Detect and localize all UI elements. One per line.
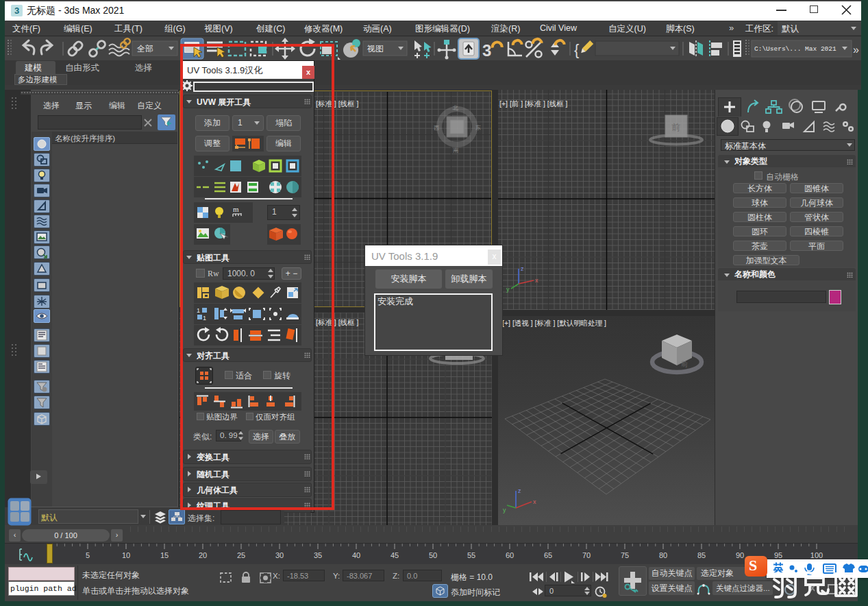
svg-text:南: 南 — [453, 147, 459, 154]
svg-text:全部: 全部 — [137, 44, 153, 53]
svg-text:前: 前 — [671, 122, 680, 132]
svg-text:90: 90 — [736, 551, 744, 559]
svg-text:70: 70 — [582, 551, 591, 559]
svg-text:30: 30 — [275, 551, 284, 559]
svg-text:15: 15 — [160, 551, 169, 559]
svg-text:60: 60 — [506, 551, 514, 559]
svg-text:100: 100 — [810, 551, 823, 559]
svg-text:10: 10 — [122, 551, 130, 559]
svg-text:东: 东 — [475, 125, 481, 131]
svg-text:25: 25 — [237, 551, 245, 559]
svg-text:y: y — [506, 286, 510, 293]
svg-text:»: » — [853, 44, 859, 56]
svg-text:视图: 视图 — [367, 44, 384, 53]
svg-text:40: 40 — [352, 551, 360, 559]
svg-text:{: { — [574, 41, 579, 58]
svg-text:20: 20 — [199, 551, 207, 559]
svg-text:北: 北 — [452, 105, 458, 111]
svg-text:y: y — [503, 507, 506, 513]
svg-text:5: 5 — [86, 551, 90, 559]
svg-text:z: z — [521, 265, 524, 272]
svg-text:45: 45 — [390, 551, 399, 559]
svg-text:35: 35 — [314, 551, 322, 559]
svg-text:前: 前 — [681, 359, 688, 368]
svg-text:75: 75 — [621, 551, 629, 559]
svg-text:西: 西 — [434, 125, 439, 131]
svg-text:x: x — [535, 277, 538, 284]
svg-text:50: 50 — [429, 551, 437, 559]
svg-text:95: 95 — [774, 551, 782, 559]
svg-text:x: x — [533, 498, 536, 505]
svg-text:3: 3 — [482, 41, 491, 60]
svg-text:65: 65 — [544, 551, 552, 559]
svg-text:85: 85 — [697, 551, 706, 559]
svg-text:80: 80 — [659, 551, 667, 559]
svg-text:55: 55 — [467, 551, 475, 559]
svg-text:z: z — [518, 487, 521, 494]
svg-text:C:\Users\... Max 2021: C:\Users\... Max 2021 — [754, 45, 836, 53]
